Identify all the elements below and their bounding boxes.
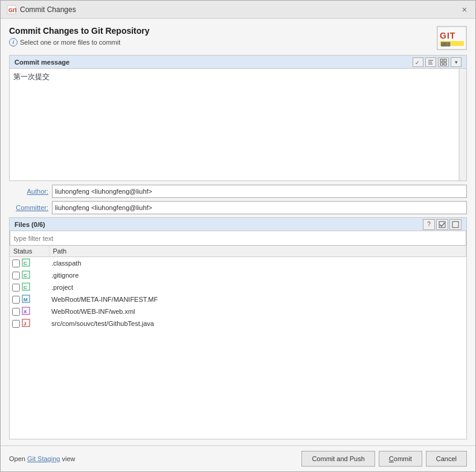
files-panel: Files (0/6) ? <box>9 217 467 439</box>
subtitle-text: Select one or more files to commit <box>20 39 120 46</box>
files-table: Status Path C .classpath C .gitignore C … <box>10 246 466 330</box>
svg-rect-10 <box>440 59 443 62</box>
table-row: J src/com/souvc/test/GithubTest.java <box>10 317 466 330</box>
spell-check-button[interactable]: ✓ <box>413 57 423 67</box>
file-type-icon: M <box>22 295 30 304</box>
svg-rect-15 <box>452 222 458 228</box>
file-status-cell: X <box>10 305 49 317</box>
title-bar: GIT Commit Changes × <box>1 1 475 19</box>
git-logo: GIT ▓▓▓ <box>437 26 467 50</box>
svg-text:C: C <box>24 273 27 278</box>
dialog-subtitle: i Select one or more files to commit <box>9 38 150 46</box>
dialog-footer: Open Git Staging view Commit and Push Co… <box>1 445 475 471</box>
filter-input[interactable] <box>10 231 466 246</box>
file-type-icon: C <box>22 270 30 280</box>
git-staging-link[interactable]: Git Staging <box>27 455 60 462</box>
file-status-cell: C <box>10 281 49 293</box>
footer-buttons: Commit and Push Commit Cancel <box>301 451 467 467</box>
open-text: Open <box>9 455 25 462</box>
file-type-icon: C <box>22 282 30 292</box>
file-path-cell: WebRoot/META-INF/MANIFEST.MF <box>49 293 466 305</box>
file-type-icon: X <box>22 307 30 316</box>
file-checkbox[interactable] <box>12 260 20 267</box>
commit-message-input[interactable]: 第一次提交 <box>10 69 458 180</box>
files-table-wrapper: Status Path C .classpath C .gitignore C … <box>10 246 466 439</box>
files-table-header: Status Path <box>10 246 466 257</box>
svg-rect-12 <box>440 63 443 65</box>
col-status-header: Status <box>10 246 49 257</box>
commit-message-main: 第一次提交 <box>10 69 459 180</box>
author-label[interactable]: Author: <box>9 188 48 195</box>
svg-text:C: C <box>24 261 27 266</box>
files-deselect-button[interactable] <box>449 219 462 230</box>
file-type-icon: J <box>22 319 30 328</box>
expand-button[interactable]: ▾ <box>451 57 462 67</box>
file-type-icon: C <box>22 258 30 268</box>
commit-message-title: Commit message <box>14 59 69 66</box>
files-table-body: C .classpath C .gitignore C .project M W… <box>10 257 466 330</box>
title-text: Commit Changes <box>20 5 76 14</box>
table-row: C .project <box>10 281 466 293</box>
file-path-cell: .classpath <box>49 257 466 270</box>
svg-text:X: X <box>24 309 27 314</box>
file-status-cell: C <box>10 269 49 281</box>
svg-text:C: C <box>24 285 27 290</box>
file-status-cell: C <box>10 257 49 270</box>
files-icon-group: ? <box>423 219 462 230</box>
commit-message-panel: Commit message ✓ <box>9 55 467 181</box>
commit-message-tools: ✓ <box>413 57 462 67</box>
commit-message-wrapper: 第一次提交 <box>10 69 466 180</box>
committer-label[interactable]: Committer: <box>9 204 48 211</box>
file-status-cell: M <box>10 293 49 305</box>
commit-underline: Commit <box>389 455 412 462</box>
file-path-cell: .project <box>49 281 466 293</box>
col-path-header: Path <box>49 246 466 257</box>
svg-rect-11 <box>444 59 446 62</box>
svg-text:✓: ✓ <box>415 60 420 66</box>
file-checkbox[interactable] <box>12 296 20 304</box>
svg-text:M: M <box>24 297 28 302</box>
file-path-cell: WebRoot/WEB-INF/web.xml <box>49 305 466 317</box>
dialog-header: Commit Changes to Git Repository i Selec… <box>9 26 467 50</box>
file-checkbox[interactable] <box>12 308 20 316</box>
title-bar-left: GIT Commit Changes <box>7 5 76 14</box>
files-select-all-button[interactable] <box>436 219 448 230</box>
dialog-body: Commit Changes to Git Repository i Selec… <box>1 19 475 445</box>
table-row: C .gitignore <box>10 269 466 281</box>
close-button[interactable]: × <box>460 5 469 14</box>
svg-text:J: J <box>24 321 26 327</box>
commit-and-push-button[interactable]: Commit and Push <box>301 451 375 467</box>
view-text: view <box>62 455 75 462</box>
message-scrollbar[interactable] <box>459 69 466 180</box>
table-row: X WebRoot/WEB-INF/web.xml <box>10 305 466 317</box>
svg-rect-13 <box>444 63 446 65</box>
commit-dialog: GIT Commit Changes × Commit Changes to G… <box>0 0 476 472</box>
cancel-button[interactable]: Cancel <box>426 451 467 467</box>
committer-row: Committer: <box>9 201 467 214</box>
dialog-title-section: Commit Changes to Git Repository i Selec… <box>9 26 150 46</box>
info-icon: i <box>9 38 18 46</box>
format-button[interactable] <box>425 57 436 67</box>
file-checkbox[interactable] <box>12 272 20 279</box>
table-row: C .classpath <box>10 257 466 270</box>
files-help-button[interactable]: ? <box>423 219 435 230</box>
file-status-cell: J <box>10 317 49 330</box>
svg-text:GIT: GIT <box>440 31 455 40</box>
committer-input[interactable] <box>52 201 467 214</box>
commit-message-header: Commit message ✓ <box>10 56 466 69</box>
table-row: M WebRoot/META-INF/MANIFEST.MF <box>10 293 466 305</box>
files-header: Files (0/6) ? <box>10 218 466 231</box>
grid-button[interactable] <box>438 57 449 67</box>
svg-text:GIT: GIT <box>8 7 16 13</box>
svg-text:▓▓▓: ▓▓▓ <box>441 42 451 46</box>
file-path-cell: .gitignore <box>49 269 466 281</box>
file-path-cell: src/com/souvc/test/GithubTest.java <box>49 317 466 330</box>
author-input[interactable] <box>52 185 467 198</box>
file-checkbox[interactable] <box>12 320 20 328</box>
author-row: Author: <box>9 185 467 198</box>
files-title: Files (0/6) <box>14 221 45 228</box>
dialog-main-title: Commit Changes to Git Repository <box>9 26 150 36</box>
file-checkbox[interactable] <box>12 284 20 292</box>
commit-button[interactable]: Commit <box>379 451 422 467</box>
footer-left: Open Git Staging view <box>9 455 75 462</box>
